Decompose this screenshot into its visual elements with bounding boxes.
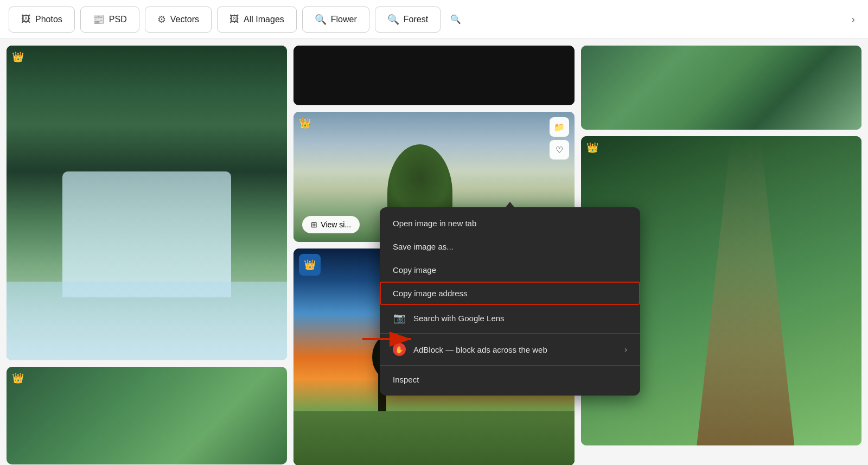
add-to-folder-btn[interactable]: 📁 [550,117,569,137]
tab-flower[interactable]: 🔍 Flower [302,7,369,33]
adblock-label: AdBlock — block ads across the web [413,345,547,354]
context-google-lens[interactable]: 📷 Search with Google Lens [380,305,640,331]
card-waterfall-small[interactable]: 👑 [7,367,287,464]
photos-icon: 🖼 [21,14,31,25]
tab-search-bare[interactable]: 🔍 [446,7,465,33]
tab-psd-label: PSD [109,15,127,24]
view-similar-button[interactable]: ⊞ View si... [302,216,360,233]
view-similar-label: View si... [321,220,351,229]
open-new-tab-label: Open image in new tab [393,219,476,228]
layers-icon: ⊞ [311,220,317,229]
copy-image-address-label: Copy image address [393,289,468,298]
context-save-image[interactable]: Save image as... [380,235,640,258]
card-dark-top[interactable] [293,46,574,105]
tab-vectors[interactable]: ⚙ Vectors [145,7,212,33]
context-copy-image-address[interactable]: Copy image address [380,282,640,305]
context-separator-2 [380,365,640,366]
vectors-icon: ⚙ [157,14,166,26]
save-image-label: Save image as... [393,242,454,251]
tab-forest[interactable]: 🔍 Forest [375,7,441,33]
context-copy-image[interactable]: Copy image [380,258,640,282]
tab-forest-label: Forest [404,15,428,24]
crown-badge-waterfall: 👑 [12,51,24,63]
all-images-icon: 🖼 [229,14,239,25]
tab-next-chevron[interactable]: › [847,13,859,26]
tab-flower-label: Flower [331,15,357,24]
context-inspect[interactable]: Inspect [380,368,640,391]
context-separator-1 [380,333,640,334]
main-content: 👑 👑 👑 📁 ♡ ⊞ View si... [0,39,868,465]
tab-bar: 🖼 Photos 📰 PSD ⚙ Vectors 🖼 All Images 🔍 … [0,0,868,39]
adblock-icon: ✋ [393,343,406,356]
adblock-chevron: › [624,345,627,354]
crown-badge-small: 👑 [12,372,24,384]
google-lens-label: Search with Google Lens [413,314,505,323]
col-left: 👑 👑 [7,46,287,465]
copy-image-label: Copy image [393,265,436,275]
forest-search-icon: 🔍 [387,14,399,26]
context-open-new-tab[interactable]: Open image in new tab [380,212,640,235]
google-lens-icon: 📷 [393,312,406,324]
card-forest-bridge-top[interactable] [581,46,861,130]
tab-psd[interactable]: 📰 PSD [80,7,139,33]
tab-all-images-label: All Images [244,15,284,24]
flower-search-icon: 🔍 [315,14,327,26]
context-menu-arrow [506,202,514,207]
psd-icon: 📰 [93,14,105,26]
tab-vectors-label: Vectors [170,15,199,24]
tab-photos-label: Photos [35,15,62,24]
inspect-label: Inspect [393,375,419,384]
tab-all-images[interactable]: 🖼 All Images [217,7,297,33]
favorite-btn[interactable]: ♡ [550,140,569,160]
tab-photos[interactable]: 🖼 Photos [9,7,75,33]
context-adblock[interactable]: ✋ AdBlock — block ads across the web › [380,336,640,363]
crown-badge-tree: 👑 [299,117,311,129]
bare-search-icon: 🔍 [450,14,461,24]
context-menu: Open image in new tab Save image as... C… [380,207,640,396]
card-actions-tree: 📁 ♡ [550,117,569,160]
crown-badge-forest: 👑 [586,142,598,154]
card-waterfall[interactable]: 👑 [7,46,287,360]
blue-crown-badge: 👑 [299,254,321,276]
